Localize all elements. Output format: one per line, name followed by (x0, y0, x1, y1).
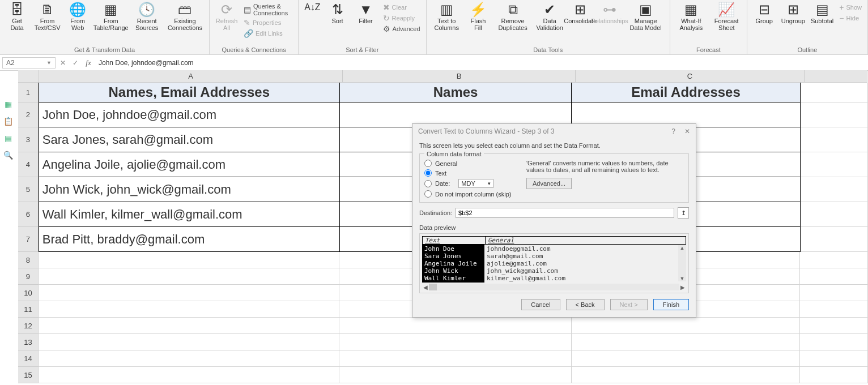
cell[interactable] (800, 252, 868, 268)
sort-asc-button[interactable]: A↓Z (302, 1, 322, 14)
cell[interactable] (39, 252, 339, 268)
row-header[interactable]: 12 (18, 318, 39, 334)
cell[interactable]: John Doe, johndoe@gmail.com (39, 102, 340, 127)
cell[interactable] (39, 268, 339, 285)
row-header[interactable]: 14 (18, 350, 39, 367)
find-icon[interactable]: 🔍 (3, 151, 13, 160)
cell[interactable] (801, 152, 868, 177)
destination-input[interactable] (456, 208, 674, 218)
formula-value[interactable]: John Doe, johndoe@gmail.com (95, 59, 868, 67)
advanced-button[interactable]: ⚙Advanced (381, 24, 423, 34)
sheet-icon[interactable]: ▦ (5, 100, 12, 109)
forecast-sheet-button[interactable]: 📈Forecast Sheet (710, 1, 743, 33)
flash-fill-button[interactable]: ⚡Flash Fill (465, 1, 492, 33)
refresh-all-button[interactable]: ⟳Refresh All (213, 1, 240, 33)
help-button[interactable]: ? (671, 127, 675, 135)
cell[interactable] (800, 318, 868, 334)
clear-button[interactable]: ✖Clear (381, 2, 423, 12)
row-header[interactable]: 8 (18, 252, 39, 268)
horizontal-scrollbar[interactable]: ◀▶ (422, 284, 686, 290)
edit-links-button[interactable]: 🔗Edit Links (241, 28, 295, 38)
cell[interactable] (801, 127, 868, 152)
cell[interactable] (339, 334, 572, 350)
row-header[interactable]: 2 (18, 102, 39, 127)
get-data-button[interactable]: 🗄Get Data (3, 1, 31, 33)
back-button[interactable]: < Back (566, 299, 605, 310)
advanced-button[interactable]: Advanced... (526, 178, 572, 189)
cell[interactable] (572, 334, 800, 350)
cell[interactable] (801, 227, 868, 252)
reapply-button[interactable]: ↻Reapply (381, 13, 423, 23)
finish-button[interactable]: Finish (653, 299, 689, 310)
cancel-button[interactable]: Cancel (521, 299, 560, 310)
cell[interactable] (39, 301, 339, 318)
clipboard-icon[interactable]: 📋 (3, 117, 13, 126)
col-header-A[interactable]: A (39, 70, 343, 83)
vertical-scrollbar[interactable]: ▲▼ (678, 245, 686, 281)
cell[interactable] (800, 350, 868, 367)
cell[interactable] (801, 83, 868, 102)
cell[interactable]: Angelina Joile, ajolie@gmail.com (39, 152, 340, 177)
cell[interactable] (801, 102, 868, 127)
row-header[interactable]: 4 (18, 152, 39, 177)
preview-col-header[interactable]: General (486, 236, 686, 245)
header-cell[interactable]: Names (340, 83, 572, 102)
text-to-columns-button[interactable]: ▥Text to Columns (430, 1, 463, 33)
cell[interactable] (39, 367, 339, 383)
consolidate-button[interactable]: ⊞Consolidate (567, 1, 594, 26)
cell[interactable] (572, 318, 800, 334)
cell[interactable] (39, 285, 339, 301)
ungroup-button[interactable]: ⊞Ungroup (779, 1, 807, 26)
row-header[interactable]: 11 (18, 301, 39, 318)
manage-data-model-button[interactable]: ▣Manage Data Model (625, 1, 666, 33)
cell[interactable] (339, 367, 572, 383)
row-header[interactable]: 10 (18, 285, 39, 301)
cell[interactable] (339, 350, 572, 367)
scroll-up-icon[interactable]: ▲ (680, 245, 685, 251)
cell[interactable]: Wall Kimler, kilmer_wall@gmail.com (39, 202, 340, 227)
cell[interactable] (800, 301, 868, 318)
close-button[interactable]: ✕ (684, 127, 690, 135)
scroll-right-icon[interactable]: ▶ (680, 284, 685, 290)
preview-col-header[interactable]: Text (422, 236, 486, 245)
row-header[interactable]: 15 (18, 367, 39, 383)
cell[interactable] (572, 367, 800, 383)
cell[interactable] (39, 334, 339, 350)
radio-date[interactable]: Date: MDY▾ (424, 179, 521, 188)
radio-general[interactable]: General (424, 160, 521, 167)
radio-skip[interactable]: Do not import column (skip) (424, 190, 521, 198)
scroll-down-icon[interactable]: ▼ (680, 276, 685, 281)
radio-text[interactable]: Text (424, 169, 521, 177)
cell[interactable] (801, 177, 868, 202)
range-picker-icon[interactable]: ↥ (678, 207, 689, 219)
select-all-corner[interactable] (18, 70, 39, 83)
cell[interactable] (800, 334, 868, 350)
cell[interactable] (39, 350, 339, 367)
row-header[interactable]: 13 (18, 334, 39, 350)
queries-connections-button[interactable]: ▤Queries & Connections (241, 2, 295, 17)
group-button[interactable]: ⊟Group (751, 1, 778, 26)
header-cell[interactable]: Names, Email Addresses (39, 83, 340, 102)
row-header[interactable]: 1 (18, 83, 39, 102)
name-box[interactable]: A2▼ (2, 57, 56, 69)
cell[interactable] (339, 318, 572, 334)
col-header-B[interactable]: B (343, 70, 576, 83)
cell[interactable] (800, 268, 868, 285)
fx-icon[interactable]: fx (82, 58, 95, 67)
scroll-left-icon[interactable]: ◀ (423, 284, 428, 290)
properties-button[interactable]: ✎Properties (241, 18, 295, 28)
row-header[interactable]: 7 (18, 227, 39, 252)
existing-connections-button[interactable]: 🗃Existing Connections (164, 1, 206, 33)
cell[interactable] (39, 318, 339, 334)
what-if-button[interactable]: ▦What-If Analysis (674, 1, 709, 33)
hide-detail-button[interactable]: −Hide (837, 13, 864, 23)
subtotal-button[interactable]: ▤Subtotal (809, 1, 836, 26)
grid-icon[interactable]: ▤ (5, 134, 12, 143)
remove-duplicates-button[interactable]: ⧉Remove Duplicates (493, 1, 533, 33)
date-format-select[interactable]: MDY▾ (458, 179, 493, 188)
cell[interactable] (800, 285, 868, 301)
row-header[interactable]: 6 (18, 202, 39, 227)
data-validation-button[interactable]: ✔Data Validation (534, 1, 565, 33)
row-header[interactable]: 3 (18, 127, 39, 152)
col-header-C[interactable]: C (576, 70, 805, 83)
